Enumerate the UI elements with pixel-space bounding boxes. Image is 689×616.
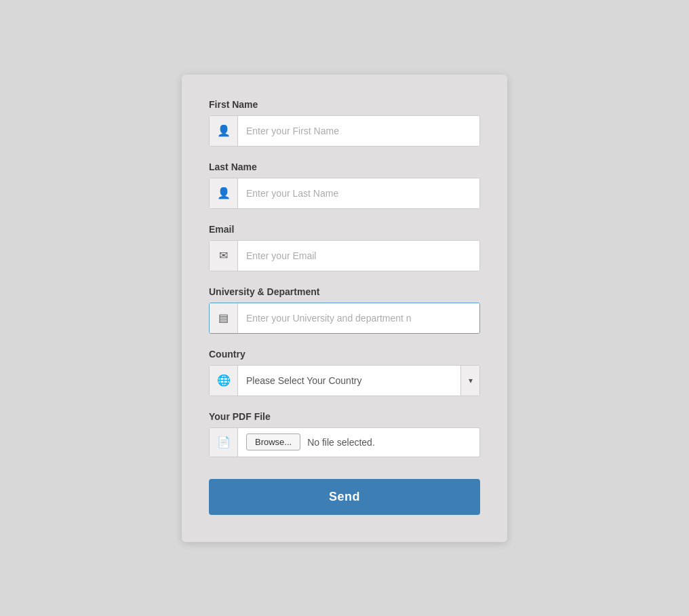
country-select-wrapper: 🌐 Please Select Your Country ▾ [209, 365, 480, 396]
person-icon: 👤 [210, 116, 238, 146]
file-status-text: No file selected. [307, 437, 375, 448]
university-label: University & Department [209, 286, 480, 297]
university-group: University & Department ▤ [209, 286, 480, 334]
form-card: First Name 👤 Last Name 👤 Email ✉ Univer [182, 75, 507, 542]
pdf-file-group: Your PDF File 📄 Browse... No file select… [209, 411, 480, 457]
last-name-input-wrapper: 👤 [209, 178, 480, 209]
file-input-wrapper: 📄 Browse... No file selected. [209, 427, 480, 457]
chevron-down-icon: ▾ [460, 366, 479, 396]
email-input-wrapper: ✉ [209, 240, 480, 271]
country-label: Country [209, 349, 480, 360]
email-input[interactable] [238, 241, 479, 271]
country-group: Country 🌐 Please Select Your Country ▾ [209, 349, 480, 396]
country-select[interactable]: Please Select Your Country [238, 366, 460, 396]
globe-icon: 🌐 [210, 366, 238, 396]
person-icon-2: 👤 [210, 178, 238, 208]
last-name-label: Last Name [209, 161, 480, 172]
university-input-wrapper: ▤ [209, 303, 480, 334]
browse-button[interactable]: Browse... [246, 434, 300, 450]
email-label: Email [209, 224, 480, 235]
university-input[interactable] [238, 303, 479, 333]
first-name-group: First Name 👤 [209, 99, 480, 147]
first-name-input[interactable] [238, 116, 479, 146]
first-name-label: First Name [209, 99, 480, 110]
last-name-group: Last Name 👤 [209, 161, 480, 209]
building-icon: ▤ [210, 303, 238, 333]
file-input-area: Browse... No file selected. [238, 434, 479, 450]
pdf-icon: 📄 [210, 427, 238, 457]
email-group: Email ✉ [209, 224, 480, 271]
first-name-input-wrapper: 👤 [209, 115, 480, 147]
send-button[interactable]: Send [209, 479, 480, 515]
mail-icon: ✉ [210, 241, 238, 271]
last-name-input[interactable] [238, 178, 479, 208]
pdf-file-label: Your PDF File [209, 411, 480, 422]
